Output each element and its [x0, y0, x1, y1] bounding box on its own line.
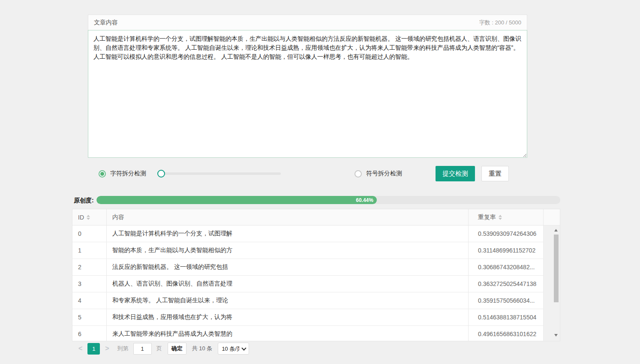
- row-cell-rate: 0.30686743208482...: [469, 259, 544, 275]
- article-panel-header: 文章内容 字数 : 200 / 5000: [88, 15, 527, 30]
- header-cell-gutter: [544, 209, 560, 225]
- row-cell-content: 法反应的新智能机器。 这一领域的研究包括: [107, 259, 469, 275]
- sort-icon[interactable]: [499, 215, 502, 220]
- chevron-right-icon[interactable]: >: [105, 345, 109, 352]
- reset-button[interactable]: 重置: [481, 166, 509, 181]
- table-scrollbar[interactable]: [553, 226, 559, 341]
- originality-section: 原创度: 60.44%: [74, 196, 560, 205]
- table-scroll-gutter: [543, 226, 560, 341]
- word-count: 字数 : 200 / 5000: [479, 19, 521, 27]
- scrollbar-thumb[interactable]: [554, 235, 559, 302]
- radio-unchecked-icon: [355, 170, 362, 177]
- row-cell-id: 5: [72, 309, 107, 325]
- split-length-slider[interactable]: [157, 170, 281, 177]
- radio-checked-icon: [99, 170, 106, 177]
- goto-page-suffix: 页: [156, 345, 162, 352]
- table-row: 1 智能的本质，生产出能以与人类智能相似的方 0.311486996115270…: [72, 242, 544, 259]
- row-cell-content: 和技术日益成熟，应用领域也在扩大，认为将: [107, 309, 469, 325]
- row-cell-content: 来人工智能带来的科技产品将成为人类智慧的: [107, 326, 469, 341]
- pagination-bar: < 1 > 到第 页 确定 共 10 条 10 条/页: [72, 342, 560, 355]
- radio-symbol-split[interactable]: 符号拆分检测: [355, 166, 402, 181]
- scroll-down-icon[interactable]: [554, 334, 558, 337]
- chevron-left-icon[interactable]: <: [78, 345, 82, 352]
- row-cell-id: 2: [72, 259, 107, 275]
- detection-controls: 字符拆分检测 符号拆分检测 提交检测 重置: [88, 166, 527, 181]
- originality-progress-fill: 60.44%: [96, 196, 377, 204]
- result-table: ID 内容 重复率 0 人工智能是计算机科学的一个分支，试图理解 0.53909…: [72, 209, 560, 341]
- row-cell-content: 人工智能是计算机科学的一个分支，试图理解: [107, 226, 469, 242]
- header-id-label: ID: [78, 214, 84, 221]
- row-cell-rate: 0.35915750566034...: [469, 292, 544, 309]
- confirm-page-button[interactable]: 确定: [168, 343, 186, 355]
- page-number-button[interactable]: 1: [87, 343, 100, 355]
- row-cell-content: 和专家系统等。 人工智能自诞生以来，理论: [107, 292, 469, 309]
- radio-char-split-label: 字符拆分检测: [110, 170, 146, 177]
- header-cell-rate[interactable]: 重复率: [469, 209, 544, 225]
- originality-percent: 60.44%: [356, 197, 373, 203]
- article-textarea[interactable]: 人工智能是计算机科学的一个分支，试图理解智能的本质，生产出能以与人类智能相似的方…: [88, 30, 527, 158]
- row-cell-id: 4: [72, 292, 107, 309]
- header-content-label: 内容: [112, 214, 124, 221]
- table-row: 3 机器人、语言识别、图像识别、自然语言处理 0.363272502544713…: [72, 276, 544, 292]
- total-count-label: 共 10 条: [192, 345, 213, 352]
- table-body: 0 人工智能是计算机科学的一个分支，试图理解 0.539093097426430…: [72, 226, 560, 341]
- radio-dot-icon: [100, 172, 104, 176]
- radio-symbol-split-label: 符号拆分检测: [366, 170, 402, 177]
- row-cell-rate: 0.5146388138715504: [469, 309, 544, 325]
- sort-icon[interactable]: [87, 215, 90, 220]
- submit-detection-button[interactable]: 提交检测: [436, 166, 475, 181]
- goto-page-input[interactable]: [133, 343, 152, 355]
- table-row: 5 和技术日益成熟，应用领域也在扩大，认为将 0.514638813871550…: [72, 309, 544, 326]
- table-row: 0 人工智能是计算机科学的一个分支，试图理解 0.539093097426430…: [72, 226, 544, 242]
- row-cell-content: 机器人、语言识别、图像识别、自然语言处理: [107, 276, 469, 292]
- page-size-select[interactable]: 10 条/页: [218, 343, 249, 355]
- row-cell-rate: 0.5390930974264306: [469, 226, 544, 242]
- panel-title: 文章内容: [94, 19, 118, 27]
- scroll-up-icon[interactable]: [554, 229, 558, 232]
- table-row: 6 来人工智能带来的科技产品将成为人类智慧的 0.496165686310162…: [72, 326, 544, 341]
- originality-label: 原创度:: [74, 197, 94, 205]
- originality-progress-track: 60.44%: [96, 196, 560, 204]
- table-header-row: ID 内容 重复率: [72, 209, 560, 226]
- slider-track[interactable]: [159, 172, 281, 175]
- row-cell-rate: 0.3632725025447138: [469, 276, 544, 292]
- article-panel: 文章内容 字数 : 200 / 5000 人工智能是计算机科学的一个分支，试图理…: [88, 15, 527, 158]
- table-rows: 0 人工智能是计算机科学的一个分支，试图理解 0.539093097426430…: [72, 226, 560, 341]
- header-cell-content: 内容: [107, 209, 469, 225]
- radio-char-split[interactable]: 字符拆分检测: [99, 166, 146, 181]
- header-rate-label: 重复率: [478, 214, 496, 221]
- row-cell-rate: 0.3114869961152702: [469, 242, 544, 259]
- page-size-select-wrap: 10 条/页: [218, 343, 249, 355]
- header-cell-id[interactable]: ID: [72, 209, 107, 225]
- goto-page-prefix: 到第: [117, 345, 129, 352]
- row-cell-rate: 0.4961656863101622: [469, 326, 544, 341]
- row-cell-id: 3: [72, 276, 107, 292]
- row-cell-id: 1: [72, 242, 107, 259]
- slider-handle-icon[interactable]: [157, 170, 165, 177]
- row-cell-id: 6: [72, 326, 107, 341]
- row-cell-id: 0: [72, 226, 107, 242]
- table-row: 2 法反应的新智能机器。 这一领域的研究包括 0.30686743208482.…: [72, 259, 544, 276]
- row-cell-content: 智能的本质，生产出能以与人类智能相似的方: [107, 242, 469, 259]
- table-row: 4 和专家系统等。 人工智能自诞生以来，理论 0.35915750566034.…: [72, 292, 544, 309]
